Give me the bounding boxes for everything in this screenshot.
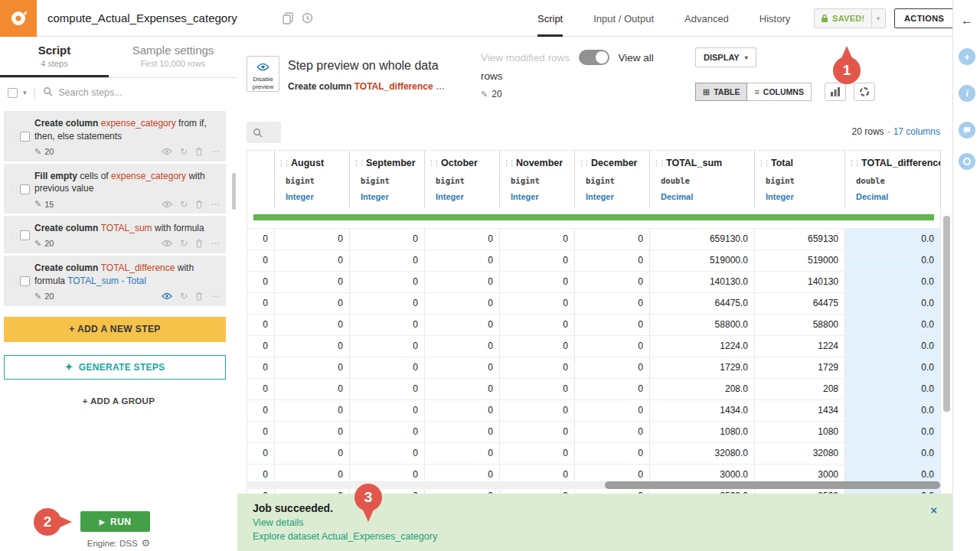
table-cell[interactable]: 0	[275, 442, 350, 464]
table-cell[interactable]: 0.0	[845, 249, 941, 271]
column-header[interactable]: ⋮⋮ December bigint Integer	[575, 151, 650, 208]
column-meaning[interactable]: Integer	[275, 189, 349, 207]
table-cell[interactable]: 0	[247, 357, 275, 378]
table-cell[interactable]: 0.0	[845, 421, 941, 442]
table-cell[interactable]: 0	[247, 399, 275, 421]
script-step[interactable]: ⋮⋮ Fill empty cells of expense_category …	[4, 164, 226, 214]
table-cell[interactable]: 0.0	[845, 399, 941, 421]
column-header[interactable]: ⋮⋮ TOTAL_difference double Decimal	[845, 151, 941, 208]
copy-icon[interactable]	[283, 12, 293, 28]
table-cell[interactable]: 0	[425, 228, 500, 249]
table-cell[interactable]: 0	[425, 357, 500, 378]
column-grip-icon[interactable]: ⋮⋮	[758, 158, 769, 168]
step-preview-eye-icon[interactable]	[162, 148, 172, 155]
table-cell[interactable]: 659130	[755, 228, 845, 249]
table-cell[interactable]: 1080	[755, 421, 845, 442]
table-cell[interactable]: 0	[275, 314, 350, 335]
table-cell[interactable]: 64475	[755, 292, 845, 314]
table-cell[interactable]: 0	[425, 442, 500, 464]
table-cell[interactable]: 0	[500, 357, 575, 378]
step-refresh-icon[interactable]: ↻	[180, 239, 188, 248]
table-cell[interactable]: 0	[247, 292, 275, 314]
column-meaning[interactable]: Decimal	[845, 189, 940, 207]
add-new-step-button[interactable]: + ADD A NEW STEP	[4, 317, 226, 342]
table-cell[interactable]: 0	[275, 335, 350, 357]
table-cell[interactable]: 64475.0	[650, 292, 755, 314]
table-cell[interactable]: 0	[575, 335, 650, 357]
table-cell[interactable]: 0	[575, 442, 650, 464]
vertical-scrollbar[interactable]	[943, 216, 950, 412]
search-steps-input[interactable]	[58, 87, 230, 98]
column-header[interactable]: ⋮⋮ October bigint Integer	[425, 151, 500, 208]
table-cell[interactable]: 0.0	[845, 378, 941, 399]
column-header[interactable]: ⋮⋮	[247, 151, 275, 208]
table-cell[interactable]: 0	[275, 292, 350, 314]
step-delete-icon[interactable]	[195, 147, 203, 156]
select-all-checkbox[interactable]	[8, 88, 18, 98]
table-cell[interactable]: 0	[247, 271, 275, 292]
script-step[interactable]: ⋮⋮ Create column expense_category from i…	[4, 111, 226, 161]
column-grip-icon[interactable]: ⋮⋮	[278, 158, 289, 168]
table-cell[interactable]: 0.0	[845, 335, 941, 357]
table-cell[interactable]: 208.0	[650, 378, 755, 399]
step-delete-icon[interactable]	[195, 239, 203, 248]
tab-script[interactable]: Script	[537, 0, 563, 37]
step-preview-eye-icon[interactable]	[162, 201, 172, 208]
tab-script[interactable]: Script 4 steps	[0, 37, 109, 77]
table-cell[interactable]: 0	[247, 378, 275, 399]
table-cell[interactable]: 0	[500, 378, 575, 399]
tab-history[interactable]: History	[760, 0, 790, 37]
table-cell[interactable]: 0	[575, 314, 650, 335]
step-preview-eye-icon[interactable]	[162, 292, 172, 300]
table-cell[interactable]: 1729.0	[650, 357, 755, 378]
column-grip-icon[interactable]: ⋮⋮	[653, 158, 664, 168]
step-refresh-icon[interactable]: ↻	[180, 200, 188, 209]
column-header[interactable]: ⋮⋮ November bigint Integer	[500, 151, 575, 208]
drag-handle-icon[interactable]: ⋮⋮	[8, 278, 15, 285]
actions-button[interactable]: ACTIONS	[894, 8, 954, 28]
table-cell[interactable]: 0	[425, 335, 500, 357]
column-meaning[interactable]: Integer	[350, 189, 424, 207]
step-checkbox[interactable]	[20, 132, 30, 142]
columns-view-button[interactable]: ≡ COLUMNS	[747, 83, 812, 101]
info-icon[interactable]: i	[959, 85, 975, 102]
table-cell[interactable]: 0	[500, 442, 575, 464]
table-cell[interactable]: 0	[247, 442, 275, 464]
table-cell[interactable]: 0	[350, 314, 425, 335]
columns-count-link[interactable]: 17 columns	[893, 126, 940, 137]
select-dropdown-caret-icon[interactable]: ▾	[23, 89, 27, 96]
gear-icon[interactable]: ⚙	[142, 537, 151, 549]
column-header[interactable]: ⋮⋮ September bigint Integer	[350, 151, 425, 208]
table-cell[interactable]: 0	[247, 314, 275, 335]
table-cell[interactable]: 0	[500, 292, 575, 314]
display-button[interactable]: DISPLAY ▾	[695, 47, 756, 67]
table-cell[interactable]: 0	[247, 421, 275, 442]
step-delete-icon[interactable]	[195, 200, 203, 209]
table-cell[interactable]: 0	[275, 357, 350, 378]
coloring-button[interactable]	[854, 83, 875, 101]
table-cell[interactable]: 0.0	[845, 314, 941, 335]
step-checkbox[interactable]	[20, 230, 30, 240]
chat-icon[interactable]	[959, 122, 975, 139]
column-grip-icon[interactable]: ⋮⋮	[848, 158, 859, 168]
table-cell[interactable]: 0	[500, 335, 575, 357]
step-delete-icon[interactable]	[195, 292, 203, 301]
table-cell[interactable]: 519000.0	[650, 249, 755, 271]
drag-handle-icon[interactable]: ⋮⋮	[8, 186, 15, 193]
table-cell[interactable]: 0	[275, 378, 350, 399]
step-checkbox[interactable]	[20, 276, 30, 286]
table-cell[interactable]: 32080	[755, 442, 845, 464]
table-cell[interactable]: 0	[575, 357, 650, 378]
table-cell[interactable]: 0.0	[845, 442, 941, 464]
script-step[interactable]: ⋮⋮ Create column TOTAL_sum with formula …	[4, 216, 226, 253]
table-cell[interactable]: 0	[575, 421, 650, 442]
collapse-panel-arrow-icon[interactable]: ←	[953, 14, 980, 28]
table-cell[interactable]: 0	[350, 442, 425, 464]
tab-input-output[interactable]: Input / Output	[593, 0, 654, 37]
table-view-button[interactable]: ⊞ TABLE	[695, 83, 747, 101]
table-cell[interactable]: 0	[425, 314, 500, 335]
step-preview-eye-icon[interactable]	[162, 240, 172, 247]
table-cell[interactable]: 0	[275, 249, 350, 271]
step-refresh-icon[interactable]: ↻	[180, 292, 188, 301]
horizontal-scrollbar-thumb[interactable]	[605, 481, 940, 489]
